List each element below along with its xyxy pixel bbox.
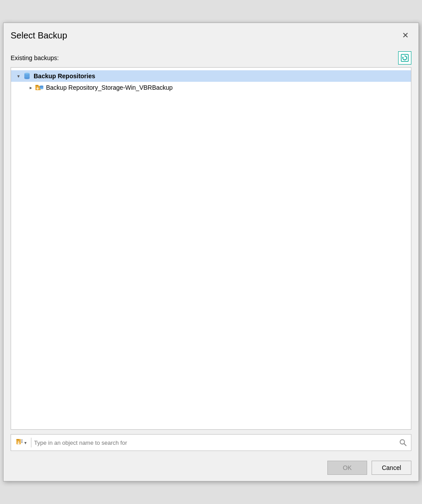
search-filter-icon xyxy=(15,438,23,447)
search-icon xyxy=(399,439,407,447)
backup-repository-storage-label: Backup Repository_Storage-Win_VBRBackup xyxy=(46,84,173,91)
tree-node-storage-win[interactable]: ▸ xyxy=(11,82,411,93)
svg-rect-10 xyxy=(35,85,38,86)
svg-point-8 xyxy=(24,73,30,75)
select-backup-dialog: Select Backup ✕ Existing backups: ▾ xyxy=(3,23,419,481)
refresh-button[interactable] xyxy=(398,51,411,65)
cancel-button[interactable]: Cancel xyxy=(372,461,411,475)
search-divider xyxy=(31,438,31,447)
refresh-icon xyxy=(401,54,409,62)
svg-line-22 xyxy=(404,444,407,446)
dropdown-arrow-icon: ▾ xyxy=(24,440,27,445)
tree-panel[interactable]: ▾ Backup Re xyxy=(11,67,411,430)
dialog-title: Select Backup xyxy=(11,31,67,41)
section-header: Existing backups: xyxy=(11,51,411,65)
expand-icon-root[interactable]: ▾ xyxy=(15,72,23,80)
ok-button[interactable]: OK xyxy=(327,461,367,475)
dialog-footer: OK Cancel xyxy=(4,456,418,481)
svg-rect-0 xyxy=(401,54,408,61)
repository-icon xyxy=(35,84,44,92)
search-input[interactable] xyxy=(34,439,398,446)
svg-point-15 xyxy=(40,88,43,89)
search-go-button[interactable] xyxy=(398,437,408,448)
title-bar: Select Backup ✕ xyxy=(4,23,418,46)
tree-node-backup-repositories[interactable]: ▾ Backup Re xyxy=(11,70,411,82)
expand-icon-child[interactable]: ▸ xyxy=(27,84,35,92)
search-area: ▾ xyxy=(11,434,411,451)
close-button[interactable]: ✕ xyxy=(399,29,411,42)
dialog-body: Existing backups: ▾ xyxy=(4,46,418,456)
existing-backups-label: Existing backups: xyxy=(11,54,59,61)
database-icon xyxy=(23,72,31,80)
backup-repositories-label: Backup Repositories xyxy=(34,73,95,80)
search-filter-button[interactable]: ▾ xyxy=(14,437,28,448)
svg-rect-17 xyxy=(16,439,19,440)
